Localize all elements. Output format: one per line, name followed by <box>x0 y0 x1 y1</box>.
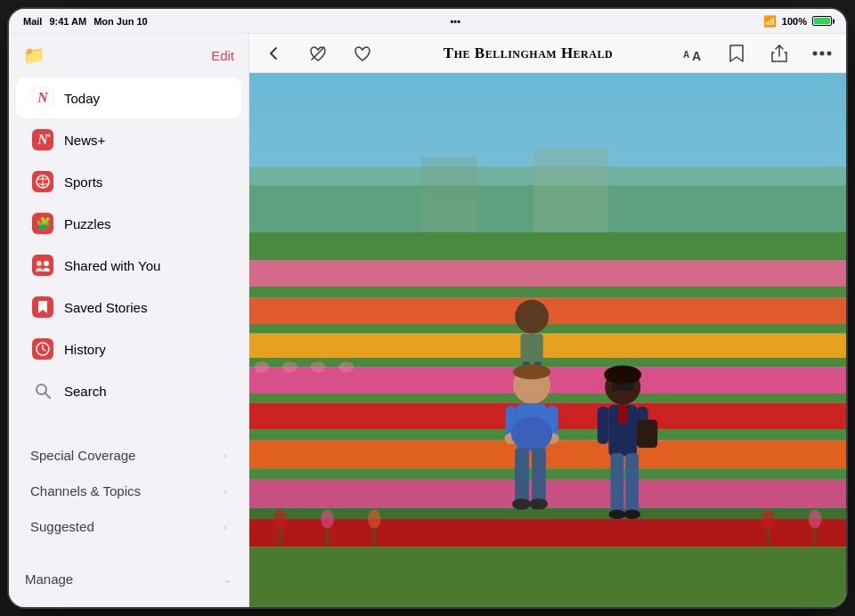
puzzles-icon: 🧩 <box>30 211 55 236</box>
today-label: Today <box>64 91 100 106</box>
shared-icon <box>30 253 55 278</box>
ipad-frame: Mail 9:41 AM Mon Jun 10 ••• 📶 100% 📁 Edi… <box>9 9 846 607</box>
font-size-button[interactable]: A A <box>680 40 707 67</box>
svg-point-81 <box>321 510 334 529</box>
svg-point-67 <box>604 365 641 384</box>
sidebar-item-saved[interactable]: Saved Stories <box>16 287 241 328</box>
svg-rect-29 <box>249 232 846 261</box>
sections-group: Special Coverage › Channels & Topics › S… <box>9 437 248 545</box>
sidebar-item-suggested[interactable]: Suggested › <box>16 509 241 544</box>
svg-line-17 <box>45 393 50 398</box>
special-coverage-label: Special Coverage <box>30 448 135 463</box>
channels-topics-chevron: › <box>224 484 227 498</box>
manage-links: Discover Channels Notifications & Email … <box>16 596 241 607</box>
saved-label: Saved Stories <box>64 300 147 315</box>
svg-point-87 <box>809 510 822 529</box>
manage-header[interactable]: Manage ⌄ <box>16 563 241 596</box>
suggested-chevron: › <box>224 520 227 533</box>
svg-point-79 <box>274 510 288 529</box>
shared-label: Shared with You <box>64 258 160 273</box>
sidebar-item-channels-topics[interactable]: Channels & Topics › <box>16 474 241 508</box>
svg-rect-74 <box>611 453 624 514</box>
manage-chevron: ⌄ <box>223 572 232 586</box>
share-button[interactable] <box>766 40 793 67</box>
svg-point-46 <box>255 361 270 373</box>
sidebar-item-puzzles[interactable]: 🧩 Puzzles <box>16 203 241 244</box>
manage-section: Manage ⌄ Discover Channels Notifications… <box>9 559 248 607</box>
svg-point-76 <box>608 510 625 520</box>
mail-indicator: Mail <box>23 16 42 27</box>
sidebar-item-special-coverage[interactable]: Special Coverage › <box>16 438 241 473</box>
article-area: The Bellingham Herald A A <box>249 34 846 607</box>
svg-text:A: A <box>683 50 689 60</box>
svg-point-85 <box>761 510 775 529</box>
status-center: ••• <box>451 16 461 27</box>
bookmark-button[interactable] <box>723 40 750 67</box>
history-label: History <box>64 342 106 357</box>
svg-point-50 <box>515 300 549 334</box>
sidebar-item-search[interactable]: Search <box>16 370 241 411</box>
toolbar-right: A A <box>680 40 835 67</box>
back-button[interactable] <box>260 40 287 67</box>
svg-rect-73 <box>637 419 657 448</box>
battery-icon <box>812 16 832 26</box>
edit-button[interactable]: Edit <box>211 48 234 63</box>
svg-point-55 <box>513 364 550 379</box>
svg-rect-51 <box>520 334 542 362</box>
more-button[interactable] <box>809 40 835 67</box>
sidebar-item-sports[interactable]: Sports <box>16 161 241 202</box>
special-coverage-chevron: › <box>224 449 227 462</box>
svg-point-65 <box>529 498 548 510</box>
toolbar-left <box>260 40 376 67</box>
svg-rect-41 <box>249 468 846 480</box>
svg-text:N: N <box>37 90 49 105</box>
status-bar: Mail 9:41 AM Mon Jun 10 ••• 📶 100% <box>9 9 846 34</box>
svg-rect-71 <box>598 407 609 444</box>
status-left: Mail 9:41 AM Mon Jun 10 <box>23 16 148 27</box>
main-content: 📁 Edit N Today <box>9 34 846 607</box>
svg-point-21 <box>813 51 818 55</box>
channels-topics-label: Channels & Topics <box>30 483 141 498</box>
saved-icon <box>30 295 55 320</box>
svg-rect-40 <box>249 441 846 469</box>
discover-channels-link[interactable]: Discover Channels <box>23 599 234 607</box>
tulip-field-scene <box>249 73 846 607</box>
svg-rect-27 <box>533 148 608 241</box>
sidebar: 📁 Edit N Today <box>9 34 249 607</box>
toolbar-center: The Bellingham Herald <box>376 45 680 62</box>
status-right: 📶 100% <box>763 15 832 28</box>
svg-point-61 <box>511 417 552 450</box>
sidebar-item-newsplus[interactable]: N + News+ <box>16 119 241 160</box>
svg-rect-43 <box>249 507 846 519</box>
sidebar-item-history[interactable]: History <box>16 328 241 369</box>
svg-rect-70 <box>618 405 628 424</box>
svg-point-12 <box>44 261 49 266</box>
svg-rect-62 <box>515 448 529 504</box>
svg-text:🧩: 🧩 <box>36 216 52 231</box>
battery-fill <box>814 18 830 24</box>
dislike-button[interactable] <box>305 40 331 67</box>
sidebar-item-shared[interactable]: Shared with You <box>16 245 241 286</box>
svg-rect-35 <box>249 358 846 368</box>
svg-rect-30 <box>249 261 846 287</box>
like-button[interactable] <box>349 40 376 67</box>
svg-rect-10 <box>32 255 53 276</box>
search-label: Search <box>64 384 107 399</box>
search-nav-icon <box>30 378 55 403</box>
svg-rect-45 <box>249 547 846 607</box>
status-time: 9:41 AM <box>49 16 86 27</box>
dots-indicator: ••• <box>451 16 461 27</box>
sports-label: Sports <box>64 174 102 190</box>
status-date: Mon Jun 10 <box>94 16 148 27</box>
wifi-icon: 📶 <box>763 15 777 28</box>
svg-point-11 <box>37 261 42 266</box>
sidebar-item-today[interactable]: N Today <box>16 77 241 118</box>
article-toolbar: The Bellingham Herald A A <box>249 34 846 73</box>
svg-point-48 <box>311 361 326 373</box>
svg-rect-68 <box>613 383 634 390</box>
article-image <box>249 73 846 607</box>
svg-point-22 <box>820 51 825 55</box>
svg-point-23 <box>827 51 832 55</box>
svg-point-64 <box>512 498 531 510</box>
sidebar-header: 📁 Edit <box>9 34 248 73</box>
